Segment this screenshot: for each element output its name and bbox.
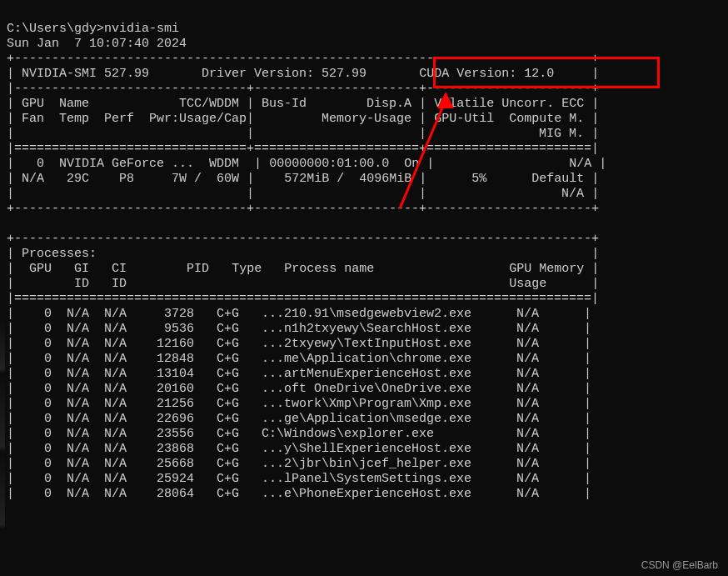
gpu-header-col2: Bus-Id Disp.A [262,97,411,111]
timestamp: Sun Jan 7 10:07:40 2024 [7,37,187,51]
gpu-temp: 29C [67,172,89,186]
gpu-fan: N/A [22,172,44,186]
proc-header-gi: GI [74,262,89,276]
gpu-name: NVIDIA GeForce ... [59,157,194,171]
gpu-compute: Default [531,172,584,186]
proc-header-gpu: GPU [29,262,52,276]
gpu-header-col1b: Fan Temp Perf Pwr:Usage/Cap [22,112,247,126]
watermark: CSDN @EelBarb [641,559,718,571]
gpu-disp-a: On [404,157,419,171]
proc-header-memory: GPU Memory [509,262,584,276]
nvidia-smi-version: NVIDIA-SMI 527.99 [22,67,149,81]
gpu-header-col3: Volatile Uncorr. ECC [434,97,584,111]
gpu-mig: N/A [561,187,584,201]
gpu-ecc: N/A [569,157,591,171]
gpu-header-col3b: GPU-Util Compute M. [434,112,584,126]
gpu-perf: P8 [119,172,134,186]
gpu-header-col2b: Memory-Usage [322,112,411,126]
gpu-pwr: 7W / 60W [172,172,239,186]
proc-header-ci: CI [112,262,127,276]
gpu-id: 0 [37,157,44,171]
command-prompt: C:\Users\gdy>nvidia-smi [7,22,179,36]
gpu-header-col1: GPU Name TCC/WDDM [22,97,239,111]
gpu-memory: 572MiB / 4096MiB [284,172,411,186]
proc-header-name: Process name [284,262,374,276]
left-edge-decoration [0,317,5,576]
driver-version: Driver Version: 527.99 [202,67,366,81]
gpu-util: 5% [471,172,486,186]
proc-header-pid: PID [187,262,209,276]
gpu-mode: WDDM [209,157,239,171]
gpu-bus-id: 00000000:01:00.0 [269,157,389,171]
proc-header-gi-id: ID [74,277,89,291]
cuda-version: CUDA Version: 12.0 [419,67,554,81]
proc-header-usage: Usage [509,277,546,291]
proc-header-ci-id: ID [112,277,127,291]
processes-title: Processes: [22,247,97,261]
proc-header-type: Type [232,262,262,276]
gpu-header-col3c: MIG M. [539,127,584,141]
terminal-output: C:\Users\gdy>nvidia-smi Sun Jan 7 10:07:… [0,7,728,502]
